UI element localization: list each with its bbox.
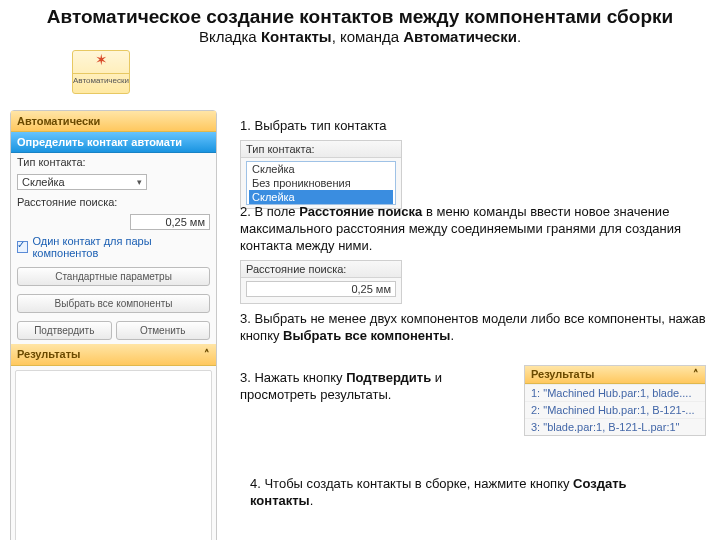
- step-2: 2. В поле Расстояние поиска в меню коман…: [240, 204, 706, 255]
- step-5-num: 4.: [250, 476, 261, 491]
- mini-type-opt1[interactable]: Без проникновения: [249, 176, 393, 190]
- results-header-label: Результаты: [17, 348, 80, 361]
- confirm-button[interactable]: Подтвердить: [17, 321, 112, 340]
- step-5: 4. Чтобы создать контакты в сборке, нажм…: [250, 476, 660, 510]
- contact-type-select[interactable]: Склейка: [17, 174, 147, 190]
- step-2-bold: Расстояние поиска: [299, 204, 422, 219]
- step-1: 1. Выбрать тип контакта: [240, 118, 706, 135]
- contact-type-select-row: Склейка: [11, 171, 216, 193]
- mini-results-label: Результаты: [531, 368, 594, 381]
- mini-distance-label: Расстояние поиска:: [241, 261, 401, 278]
- step-4-num: 3.: [240, 370, 251, 385]
- mini-distance-input[interactable]: 0,25 мм: [246, 281, 396, 297]
- step-3-num: 3.: [240, 311, 251, 326]
- panel-tab-auto[interactable]: Автоматически: [11, 111, 216, 132]
- step-1-num: 1.: [240, 118, 251, 133]
- step-5-pre: Чтобы создать контакты в сборке, нажмите…: [261, 476, 573, 491]
- results-header[interactable]: Результаты˄: [11, 344, 216, 366]
- subtitle-contacts: Контакты: [261, 28, 332, 45]
- step-3-post: .: [450, 328, 454, 343]
- select-all-button[interactable]: Выбрать все компоненты: [17, 294, 210, 313]
- step-2-num: 2.: [240, 204, 251, 219]
- sparkle-icon: ✶: [73, 51, 129, 69]
- step-4: 3. Нажать кнопку Подтвердить и просмотре…: [240, 370, 500, 404]
- subtitle-post: .: [517, 28, 521, 45]
- one-contact-label: Один контакт для пары компонентов: [32, 235, 210, 259]
- chevron-up-icon: ˄: [204, 348, 210, 361]
- step-3-bold: Выбрать все компоненты: [283, 328, 450, 343]
- mini-type-dropdown: Тип контакта: Склейка Без проникновения …: [240, 140, 402, 209]
- cancel-button[interactable]: Отменить: [116, 321, 211, 340]
- subtitle-auto: Автоматически: [403, 28, 517, 45]
- subtitle-pre: Вкладка: [199, 28, 261, 45]
- mini-results-header[interactable]: Результаты˄: [525, 366, 705, 384]
- mini-type-value: Склейка: [249, 162, 393, 176]
- step-1-text: Выбрать тип контакта: [251, 118, 387, 133]
- one-contact-checkbox[interactable]: Один контакт для пары компонентов: [11, 233, 216, 263]
- command-panel: Автоматически Определить контакт автомат…: [10, 110, 217, 540]
- contact-type-label: Тип контакта:: [17, 156, 86, 168]
- mini-result-row-2[interactable]: 2: "Machined Hub.par:1, B-121-...: [525, 401, 705, 418]
- contact-type-row: Тип контакта:: [11, 153, 216, 171]
- mini-result-row-1[interactable]: 1: "Machined Hub.par:1, blade....: [525, 384, 705, 401]
- ribbon-auto-label: Автоматически: [73, 73, 129, 85]
- distance-row: Расстояние поиска:: [11, 193, 216, 211]
- distance-input[interactable]: 0,25 мм: [130, 214, 210, 230]
- distance-label: Расстояние поиска:: [17, 196, 117, 208]
- step-3: 3. Выбрать не менее двух компонентов мод…: [240, 311, 706, 345]
- checkbox-icon: [17, 241, 28, 253]
- mini-results: Результаты˄ 1: "Machined Hub.par:1, blad…: [524, 365, 706, 436]
- page-subtitle: Вкладка Контакты, команда Автоматически.: [0, 28, 720, 45]
- mini-type-label: Тип контакта:: [241, 141, 401, 158]
- step-5-post: .: [310, 493, 314, 508]
- panel-section-define: Определить контакт автомати: [11, 132, 216, 153]
- mini-result-row-3[interactable]: 3: "blade.par:1, B-121-L.par:1": [525, 418, 705, 435]
- step-2-pre: В поле: [251, 204, 299, 219]
- subtitle-mid: , команда: [332, 28, 404, 45]
- mini-distance: Расстояние поиска: 0,25 мм: [240, 260, 402, 304]
- step-4-pre: Нажать кнопку: [251, 370, 346, 385]
- page-title: Автоматическое создание контактов между …: [0, 0, 720, 28]
- results-list: [15, 370, 212, 540]
- chevron-up-icon: ˄: [693, 368, 699, 381]
- std-params-button[interactable]: Стандартные параметры: [17, 267, 210, 286]
- distance-value-row: 0,25 мм: [11, 211, 216, 233]
- mini-type-opt2[interactable]: Склейка: [249, 190, 393, 204]
- ribbon-auto-button[interactable]: ✶ Автоматически: [72, 50, 130, 94]
- step-4-bold: Подтвердить: [346, 370, 431, 385]
- mini-type-select[interactable]: Склейка Без проникновения Склейка: [246, 161, 396, 205]
